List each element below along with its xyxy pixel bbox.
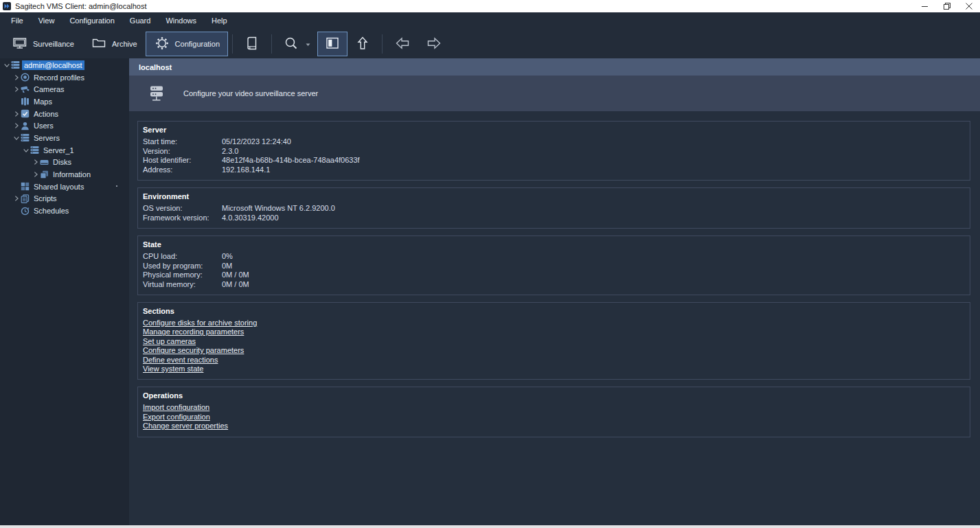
menu-item-windows[interactable]: Windows [158, 16, 204, 25]
tree-item-information[interactable]: Information [0, 168, 129, 181]
info-row: Physical memory: 0M / 0M [143, 271, 964, 280]
tree-item-label: Servers [32, 133, 62, 143]
configuration-label: Configuration [175, 40, 220, 48]
menu-item-help[interactable]: Help [204, 16, 235, 25]
tree-item-users[interactable]: Users [0, 119, 129, 132]
row-label: Framework version: [143, 214, 222, 223]
row-value: 4.0.30319.42000 [222, 214, 279, 223]
tree-item-maps[interactable]: Maps [0, 95, 129, 108]
tree-item-scripts[interactable]: Scripts [0, 193, 129, 205]
configuration-icon [154, 35, 170, 53]
link-define-event-reactions[interactable]: Define event reactions [143, 356, 218, 365]
chevron-right-icon[interactable] [32, 171, 40, 178]
window-controls [914, 0, 980, 12]
tree-item-label: Scripts [32, 194, 59, 203]
information-layers-icon [40, 170, 51, 179]
tree-item-servers[interactable]: Servers [0, 132, 129, 144]
tree-item-record-profiles[interactable]: Record profiles [0, 71, 129, 84]
archive-icon [91, 35, 107, 53]
archive-button[interactable]: Archive [82, 32, 146, 56]
banner-description: Configure your video surveillance server [183, 89, 318, 97]
sections-group: Sections Configure disks for archive sto… [137, 302, 970, 380]
restore-button[interactable] [936, 0, 958, 12]
close-button[interactable] [958, 0, 980, 12]
camera-icon [21, 85, 32, 94]
info-row: Framework version: 4.0.30319.42000 [143, 214, 964, 223]
tree-item-disks[interactable]: Disks [0, 157, 129, 169]
chevron-right-icon[interactable] [12, 111, 21, 117]
row-label: CPU load: [143, 252, 222, 262]
tree-item-cameras[interactable]: Cameras [0, 83, 129, 95]
tree-item-schedules[interactable]: Schedules [0, 205, 129, 217]
menu-item-file[interactable]: File [3, 16, 31, 25]
main-content: localhost Configure your video surveilla… [129, 58, 980, 525]
tree-item-label: admin@localhost [22, 60, 84, 70]
up-level-button[interactable] [347, 32, 378, 56]
disk-icon [40, 158, 51, 167]
chevron-down-icon[interactable] [22, 147, 30, 154]
row-value: 2.3.0 [222, 147, 238, 157]
minimize-button[interactable] [914, 0, 936, 12]
content-header: localhost [129, 58, 980, 76]
link-configure-security[interactable]: Configure security parameters [143, 346, 244, 355]
tree-item-label: Shared layouts [32, 182, 86, 192]
group-title: Server [143, 126, 964, 134]
chevron-right-icon[interactable] [12, 74, 21, 81]
toggle-panel-button[interactable] [317, 32, 347, 56]
tree-item-label: Actions [32, 109, 60, 119]
chevron-right-icon[interactable] [12, 86, 21, 93]
book-icon [244, 35, 260, 53]
chevron-right-icon[interactable] [32, 159, 40, 165]
back-arrow-icon [394, 35, 411, 53]
link-import-configuration[interactable]: Import configuration [143, 403, 209, 412]
row-label: Start time: [143, 137, 222, 147]
navigation-tree: admin@localhost Record profiles Cameras … [0, 58, 129, 525]
link-export-configuration[interactable]: Export configuration [143, 413, 210, 422]
chevron-down-icon[interactable] [3, 62, 11, 69]
tree-item-shared-layouts[interactable]: Shared layouts [0, 181, 129, 193]
forward-button[interactable] [418, 32, 450, 56]
tree-item-admin-localhost[interactable]: admin@localhost [0, 59, 129, 71]
link-view-system-state[interactable]: View system state [143, 365, 203, 374]
chevron-right-icon[interactable] [12, 122, 21, 129]
chevron-down-icon[interactable] [12, 135, 21, 141]
tree-item-server-1[interactable]: Server_1 [0, 144, 129, 157]
search-icon [283, 35, 299, 53]
configuration-button[interactable]: Configuration [146, 32, 228, 56]
chevron-right-icon[interactable] [12, 195, 21, 202]
row-label: Host identifier: [143, 156, 222, 165]
forward-arrow-icon [425, 35, 443, 53]
group-title: Operations [143, 391, 964, 400]
info-row: Version: 2.3.0 [143, 147, 964, 157]
window-bottom-edge [0, 525, 980, 528]
surveillance-label: Surveillance [33, 40, 74, 48]
group-title: Environment [143, 192, 964, 200]
guide-book-button[interactable] [237, 32, 267, 56]
tree-item-label: Disks [51, 157, 73, 167]
menu-item-guard[interactable]: Guard [122, 16, 159, 25]
user-icon [21, 122, 32, 130]
link-change-server-properties[interactable]: Change server properties [143, 422, 228, 431]
row-value: 0% [222, 252, 233, 262]
group-title: Sections [143, 307, 964, 315]
server-stack-icon [11, 60, 22, 69]
row-label: OS version: [143, 204, 222, 214]
link-set-up-cameras[interactable]: Set up cameras [143, 337, 196, 346]
link-configure-disks[interactable]: Configure disks for archive storing [143, 319, 257, 328]
info-row: Address: 192.168.144.1 [143, 165, 964, 175]
tree-item-label: Record profiles [32, 73, 87, 82]
info-row: OS version: Microsoft Windows NT 6.2.920… [143, 204, 964, 214]
toolbar-separator [382, 34, 383, 54]
menu-item-configuration[interactable]: Configuration [62, 16, 122, 25]
search-button[interactable] [276, 32, 317, 56]
back-button[interactable] [387, 32, 418, 56]
search-dropdown-caret-icon[interactable] [306, 40, 310, 48]
link-manage-recording[interactable]: Manage recording parameters [143, 328, 244, 336]
tree-item-actions[interactable]: Actions [0, 108, 129, 120]
splitter-handle[interactable] [116, 185, 117, 187]
row-value: 0M / 0M [222, 280, 249, 290]
surveillance-button[interactable]: Surveillance [3, 32, 82, 56]
server-stack-icon [21, 133, 32, 142]
menu-item-view[interactable]: View [31, 16, 62, 25]
row-value: 0M / 0M [222, 271, 249, 280]
